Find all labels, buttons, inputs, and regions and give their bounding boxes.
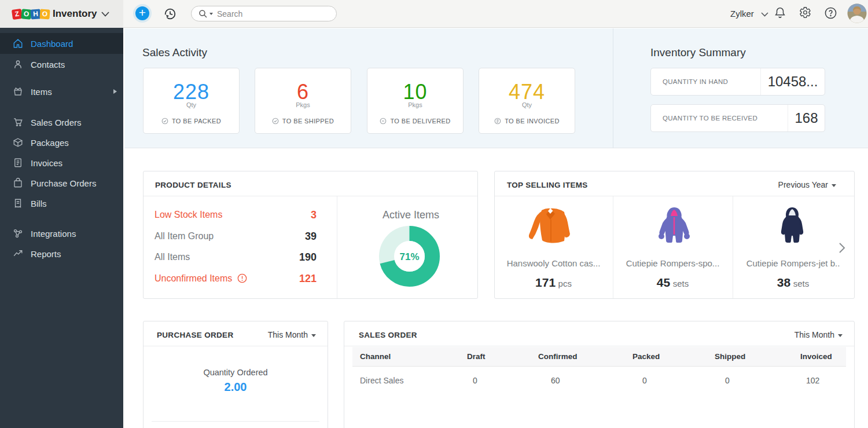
svg-text:71%: 71% [399, 251, 419, 262]
